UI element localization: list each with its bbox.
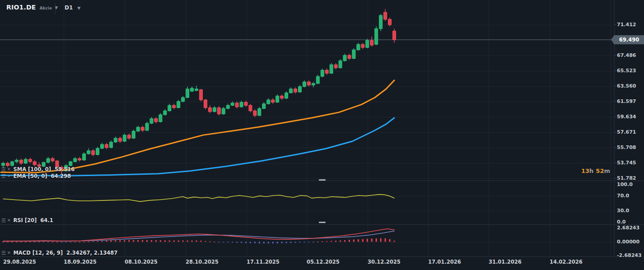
symbol-label: RIO1.DE [6,4,36,11]
macd-histogram-bar [61,242,62,243]
candle [321,70,324,76]
timeframe-selector[interactable]: D1 ▼ [65,5,80,11]
price-tick-label: 65.523 [617,68,636,74]
macd-histogram-bar [119,240,121,242]
candle [33,162,36,165]
macd-tick-label: 0.00000 [617,239,639,245]
indicator-settings-icon[interactable]: ☰ [1,167,6,172]
date-tick-label: 08.10.2025 [125,259,158,265]
indicator-value: 64.298 [51,173,71,179]
candle [19,160,23,163]
macd-histogram-bar [205,241,206,242]
candle [105,144,108,148]
macd-histogram-bar [385,238,386,242]
macd-histogram-bar [34,242,35,242]
date-tick-label: 30.12.2025 [368,259,401,265]
legend-macd: ☰ ✕ MACD [12, 26, 9] 2.34267, 2.13487 [1,250,117,256]
candle [231,103,234,105]
candle [182,98,185,102]
macd-histogram-bar [277,242,278,243]
chart-canvas[interactable] [0,0,644,270]
candle [312,84,315,85]
price-tick-label: 55.708 [617,144,636,151]
macd-histogram-bar [106,241,107,242]
candle [316,76,319,84]
candle [154,119,158,122]
indicator-remove-icon[interactable]: ✕ [7,174,11,178]
candle [109,142,112,148]
countdown-hours-unit: h [589,168,593,174]
indicator-label: MACD [12, 26, 9] [13,250,63,256]
macd-histogram-bar [308,242,309,243]
date-tick-label: 17.01.2026 [428,259,461,265]
macd-histogram-bar [362,239,364,242]
macd-histogram-bar [142,240,143,242]
candle [6,163,9,165]
macd-histogram-bar [146,240,148,242]
countdown-hours: 13 [581,168,589,174]
timeframe-label: D1 [65,5,73,11]
instrument-type-label: Akcie [40,5,52,10]
pane-resize-handle[interactable] [319,222,326,223]
candle [173,105,176,107]
macd-histogram-bar [322,242,323,242]
macd-histogram-bar [232,242,233,243]
macd-histogram-bar [335,241,336,242]
candle [83,154,86,160]
macd-histogram-bar [101,241,103,242]
candle [258,108,261,116]
candle [222,108,225,114]
macd-histogram-bar [295,242,296,243]
candle [276,96,279,102]
pane-resize-handle[interactable] [319,179,326,181]
candle [150,119,153,123]
macd-histogram-bar [344,240,345,242]
macd-histogram-bar [191,241,193,242]
macd-histogram-bar [178,241,179,242]
macd-histogram-bar [281,242,283,243]
macd-histogram-bar [43,242,44,242]
candle [294,89,297,92]
macd-histogram-bar [79,242,80,242]
candle-countdown: 13h52m [555,168,612,174]
candle [348,55,351,58]
indicator-settings-icon[interactable]: ☰ [1,251,6,256]
indicator-settings-icon[interactable]: ☰ [1,174,6,179]
macd-tick-label: -2.68243 [617,252,642,259]
candle [226,105,229,108]
macd-histogram-bar [84,242,85,242]
indicator-remove-icon[interactable]: ✕ [7,219,11,223]
candle [114,138,117,142]
macd-histogram-bar [299,242,300,243]
candle [366,41,369,48]
price-tick-label: 71.412 [617,22,636,28]
macd-histogram-bar [11,242,13,242]
header-divider [55,3,56,14]
macd-histogram-bar [25,242,26,242]
rsi-tick-label: 30.0 [617,208,629,214]
date-tick-label: 05.12.2025 [307,259,340,265]
candle [10,162,14,166]
date-tick-label: 28.10.2025 [186,259,219,265]
price-tick-label: 67.486 [617,52,636,59]
indicator-remove-icon[interactable]: ✕ [7,251,11,255]
candle [267,100,270,104]
candle [186,89,189,98]
macd-histogram-bar [115,240,116,242]
macd-histogram-bar [196,241,197,242]
axis-tick-mark [614,116,616,117]
candle [136,127,140,131]
indicator-settings-icon[interactable]: ☰ [1,218,6,223]
macd-histogram-bar [227,242,229,243]
axis-tick-mark [614,178,616,178]
candle [361,44,364,47]
macd-histogram-bar [290,242,292,243]
macd-histogram-bar [16,242,17,242]
macd-histogram-bar [259,242,260,244]
symbol-selector[interactable]: RIO1.DE Akcie ▼ [6,4,58,11]
ema-line [1,80,394,172]
macd-histogram-bar [358,239,359,242]
indicator-remove-icon[interactable]: ✕ [7,168,11,172]
candle [24,159,27,163]
candle [392,31,396,40]
